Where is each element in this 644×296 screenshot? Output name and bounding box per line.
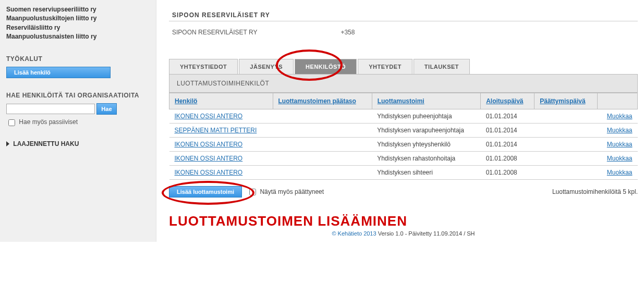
cell-start: 01.01.2014 — [481, 124, 534, 138]
show-ended-checkbox[interactable] — [249, 189, 256, 195]
sidebar: Suomen reserviupseeriliitto ry Maanpuolu… — [0, 0, 156, 242]
col-person[interactable]: Henkilö — [175, 97, 197, 105]
tab-jasenyys[interactable]: JÄSENYYS — [239, 59, 294, 74]
tab-tilaukset[interactable]: TILAUKSET — [414, 59, 470, 74]
edit-link[interactable]: Muokkaa — [607, 113, 633, 120]
table-footer-row: Lisää luottamustoimi Näytä myös päättyne… — [169, 186, 638, 198]
tabs: YHTEYSTIEDOT JÄSENYYS HENKILÖSTÖ YHTEYDE… — [169, 59, 638, 75]
include-passive-row: Hae myös passiiviset — [6, 118, 150, 128]
col-start[interactable]: Aloituspäivä — [486, 97, 523, 105]
table-row: IKONEN OSSI ANTEROYhdistyksen puheenjoht… — [169, 109, 638, 124]
include-passive-label[interactable]: Hae myös passiiviset — [6, 118, 78, 126]
section-heading: LUOTTAMUSTOIMIHENKILÖT — [169, 75, 638, 93]
main-content: SIPOON RESERVILÄISET RY SIPOON RESERVILÄ… — [156, 0, 644, 242]
cell-start: 01.01.2014 — [481, 109, 534, 124]
cell-start: 01.01.2008 — [481, 152, 534, 166]
show-ended-text: Näytä myös päättyneet — [260, 188, 324, 195]
edit-link[interactable]: Muokkaa — [607, 155, 633, 162]
count-text: Luottamustoimihenkilöitä 5 kpl. — [552, 188, 638, 195]
search-row: Hae — [6, 103, 150, 115]
tabs-wrap: YHTEYSTIEDOT JÄSENYYS HENKILÖSTÖ YHTEYDE… — [169, 59, 638, 75]
roles-table: Henkilö Luottamustoimen päätaso Luottamu… — [169, 93, 638, 180]
add-role-button[interactable]: Lisää luottamustoimi — [169, 186, 242, 198]
organisation-link[interactable]: Maanpuolustuskiltojen liitto ry — [6, 14, 150, 23]
cell-main-level — [273, 138, 372, 152]
cell-main-level — [273, 152, 372, 166]
search-input[interactable] — [6, 104, 95, 114]
organisation-link[interactable]: Maanpuolustusnaisten liitto ry — [6, 32, 150, 41]
table-row: IKONEN OSSI ANTEROYhdistyksen yhteyshenk… — [169, 138, 638, 152]
cell-end — [534, 152, 598, 166]
table-row: SEPPÄNEN MATTI PETTERIYhdistyksen varapu… — [169, 124, 638, 138]
org-info-row: SIPOON RESERVILÄISET RY +358 — [172, 29, 638, 36]
cell-main-level — [273, 166, 372, 180]
footer-rest: Versio 1.0 - Päivitetty 11.09.2014 / SH — [376, 230, 475, 237]
edit-link[interactable]: Muokkaa — [607, 141, 633, 148]
cell-role: Yhdistyksen sihteeri — [372, 166, 481, 180]
person-link[interactable]: SEPPÄNEN MATTI PETTERI — [175, 127, 257, 134]
cell-end — [534, 109, 598, 124]
organisation-link[interactable]: Suomen reserviupseeriliitto ry — [6, 5, 150, 14]
footer: © Kehätieto 2013 Versio 1.0 - Päivitetty… — [169, 230, 638, 237]
footer-copy: © Kehätieto 2013 — [332, 230, 376, 237]
caret-right-icon — [6, 141, 9, 146]
cell-role: Yhdistyksen varapuheenjohtaja — [372, 124, 481, 138]
cell-end — [534, 124, 598, 138]
person-link[interactable]: IKONEN OSSI ANTERO — [175, 155, 243, 162]
person-link[interactable]: IKONEN OSSI ANTERO — [175, 141, 243, 148]
org-phone: +358 — [341, 29, 355, 36]
tab-henkilosto[interactable]: HENKILÖSTÖ — [295, 59, 357, 74]
person-link[interactable]: IKONEN OSSI ANTERO — [175, 169, 243, 176]
cell-start: 01.01.2014 — [481, 138, 534, 152]
include-passive-checkbox[interactable] — [8, 119, 15, 126]
cell-start: 01.01.2008 — [481, 166, 534, 180]
advanced-search-label: LAAJENNETTU HAKU — [13, 140, 79, 147]
cell-end — [534, 166, 598, 180]
search-button[interactable]: Hae — [96, 103, 116, 115]
include-passive-text: Hae myös passiiviset — [19, 118, 78, 126]
organisation-list: Suomen reserviupseeriliitto ry Maanpuolu… — [6, 5, 150, 42]
cell-role: Yhdistyksen rahastonhoitaja — [372, 152, 481, 166]
org-name: SIPOON RESERVILÄISET RY — [172, 29, 257, 36]
col-end[interactable]: Päättymispäivä — [540, 97, 585, 105]
cell-main-level — [273, 109, 372, 124]
person-link[interactable]: IKONEN OSSI ANTERO — [175, 113, 243, 120]
page-title: SIPOON RESERVILÄISET RY — [172, 11, 638, 19]
cell-role: Yhdistyksen yhteyshenkilö — [372, 138, 481, 152]
show-ended-label[interactable]: Näytä myös päättyneet — [247, 187, 324, 197]
col-main-level[interactable]: Luottamustoimen päätaso — [278, 97, 356, 105]
instruction-text: LUOTTAMUSTOIMEN LISÄÄMINEN — [169, 213, 638, 229]
search-heading: HAE HENKILÖITÄ TAI ORGANISAATIOITA — [6, 92, 150, 99]
tools-heading: TYÖKALUT — [6, 55, 150, 63]
cell-end — [534, 138, 598, 152]
table-row: IKONEN OSSI ANTEROYhdistyksen rahastonho… — [169, 152, 638, 166]
tab-yhteystiedot[interactable]: YHTEYSTIEDOT — [169, 59, 238, 74]
edit-link[interactable]: Muokkaa — [607, 127, 633, 134]
cell-main-level — [273, 124, 372, 138]
table-row: IKONEN OSSI ANTEROYhdistyksen sihteeri01… — [169, 166, 638, 180]
organisation-link[interactable]: Reserviläisliitto ry — [6, 23, 150, 32]
cell-role: Yhdistyksen puheenjohtaja — [372, 109, 481, 124]
advanced-search-toggle[interactable]: LAAJENNETTU HAKU — [6, 140, 150, 147]
tab-yhteydet[interactable]: YHTEYDET — [358, 59, 412, 74]
add-person-button[interactable]: Lisää henkilö — [6, 67, 111, 78]
edit-link[interactable]: Muokkaa — [607, 169, 633, 176]
title-underline — [169, 21, 638, 21]
col-role[interactable]: Luottamustoimi — [378, 97, 424, 105]
